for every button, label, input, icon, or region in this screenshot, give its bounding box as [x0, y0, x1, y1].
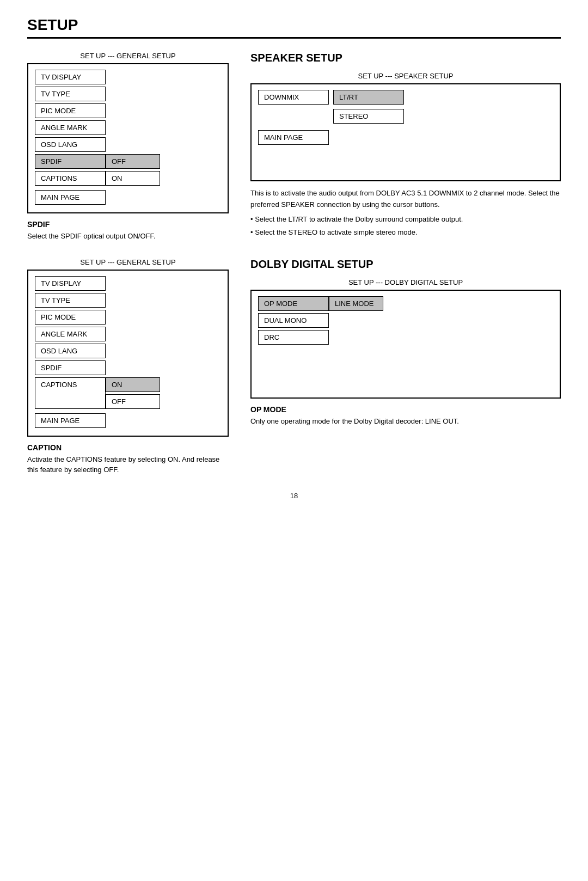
bl-tv-display-item[interactable]: TV DISPLAY: [35, 276, 106, 291]
spdif-note-text: Select the SPDIF optical output ON/OFF.: [27, 231, 229, 242]
speaker-section-label: SET UP --- SPEAKER SETUP: [250, 72, 561, 80]
spdif-item[interactable]: SPDIF: [35, 154, 106, 169]
bl-captions-item[interactable]: CAPTIONS: [35, 377, 106, 409]
bl-main-page-row[interactable]: MAIN PAGE: [35, 413, 221, 430]
list-item[interactable]: PIC MODE: [35, 310, 221, 327]
main-page-button[interactable]: MAIN PAGE: [35, 190, 106, 205]
captions-on-value[interactable]: ON: [106, 377, 160, 392]
bl-main-page-button[interactable]: MAIN PAGE: [35, 413, 106, 428]
page-number: 18: [27, 492, 561, 500]
top-left-section: SET UP --- GENERAL SETUP TV DISPLAY TV T…: [27, 52, 229, 242]
bl-angle-mark-item[interactable]: ANGLE MARK: [35, 327, 106, 341]
speaker-downmix-row: DOWNMIX LT/RT STEREO: [258, 90, 553, 126]
spdif-value[interactable]: OFF: [106, 154, 160, 169]
bl-pic-mode-item[interactable]: PIC MODE: [35, 310, 106, 325]
spdif-row[interactable]: SPDIF OFF: [35, 154, 221, 169]
captions-value[interactable]: ON: [106, 171, 160, 186]
op-mode-row[interactable]: OP MODE LINE MODE: [258, 296, 553, 311]
captions-row[interactable]: CAPTIONS ON: [35, 171, 221, 186]
dual-mono-item[interactable]: DUAL MONO: [258, 313, 329, 328]
bottom-right-section: DOLBY DIGITAL SETUP SET UP --- DOLBY DIG…: [250, 258, 561, 475]
pic-mode-item[interactable]: PIC MODE: [35, 103, 106, 118]
top-right-section: SPEAKER SETUP SET UP --- SPEAKER SETUP D…: [250, 52, 561, 242]
tv-display-item[interactable]: TV DISPLAY: [35, 70, 106, 84]
angle-mark-item[interactable]: ANGLE MARK: [35, 120, 106, 135]
list-item[interactable]: ANGLE MARK: [35, 120, 221, 137]
top-left-section-label: SET UP --- GENERAL SETUP: [27, 52, 229, 60]
drc-item[interactable]: DRC: [258, 330, 329, 345]
list-item[interactable]: DUAL MONO: [258, 313, 553, 330]
speaker-bullet-1: • Select the LT/RT to activate the Dolby…: [250, 214, 561, 225]
op-mode-note-label: OP MODE: [250, 405, 561, 414]
main-page-row[interactable]: MAIN PAGE: [35, 190, 221, 207]
captions-options: ON OFF: [106, 377, 160, 409]
list-item[interactable]: SPDIF: [35, 360, 221, 377]
speaker-bullet-2: • Select the STEREO to activate simple s…: [250, 227, 561, 238]
bottom-left-section: SET UP --- GENERAL SETUP TV DISPLAY TV T…: [27, 258, 229, 475]
caption-note-text: Activate the CAPTIONS feature by selecti…: [27, 454, 229, 475]
spdif-note-label: SPDIF: [27, 220, 229, 229]
dolby-section-label: SET UP --- DOLBY DIGITAL SETUP: [250, 278, 561, 286]
ltrt-item[interactable]: LT/RT: [333, 90, 404, 105]
bottom-left-menu-box: TV DISPLAY TV TYPE PIC MODE ANGLE MARK O…: [27, 270, 229, 437]
op-mode-note-text: Only one operating mode for the Dolby Di…: [250, 416, 561, 427]
list-item[interactable]: TV TYPE: [35, 293, 221, 310]
captions-off-value[interactable]: OFF: [106, 394, 160, 409]
speaker-main-page-button[interactable]: MAIN PAGE: [258, 130, 329, 145]
tv-type-item[interactable]: TV TYPE: [35, 87, 106, 101]
list-item[interactable]: TV DISPLAY: [35, 70, 221, 87]
dolby-heading: DOLBY DIGITAL SETUP: [250, 258, 561, 271]
captions-item[interactable]: CAPTIONS: [35, 171, 106, 186]
stereo-item[interactable]: STEREO: [333, 109, 404, 124]
speaker-right-options: LT/RT STEREO: [333, 90, 404, 126]
speaker-menu-box: DOWNMIX LT/RT STEREO MAIN PAGE: [250, 83, 561, 181]
speaker-desc-line1: This is to activate the audio output fro…: [250, 188, 561, 211]
caption-note-label: CAPTION: [27, 443, 229, 452]
top-left-menu-box: TV DISPLAY TV TYPE PIC MODE ANGLE MARK O…: [27, 63, 229, 213]
list-item[interactable]: ANGLE MARK: [35, 327, 221, 344]
op-mode-item[interactable]: OP MODE: [258, 296, 329, 311]
list-item[interactable]: PIC MODE: [35, 103, 221, 120]
bottom-left-section-label: SET UP --- GENERAL SETUP: [27, 258, 229, 266]
speaker-description: This is to activate the audio output fro…: [250, 188, 561, 238]
op-mode-note: OP MODE Only one operating mode for the …: [250, 405, 561, 427]
list-item[interactable]: OSD LANG: [35, 137, 221, 154]
bl-osd-lang-item[interactable]: OSD LANG: [35, 344, 106, 358]
list-item[interactable]: TV DISPLAY: [35, 276, 221, 293]
bl-spdif-item[interactable]: SPDIF: [35, 360, 106, 375]
osd-lang-item[interactable]: OSD LANG: [35, 137, 106, 152]
bl-captions-row[interactable]: CAPTIONS ON OFF: [35, 377, 221, 409]
speaker-setup-heading: SPEAKER SETUP: [250, 52, 561, 64]
list-item[interactable]: TV TYPE: [35, 87, 221, 103]
line-mode-value[interactable]: LINE MODE: [329, 296, 383, 311]
list-item[interactable]: OSD LANG: [35, 344, 221, 360]
dolby-menu-box: OP MODE LINE MODE DUAL MONO DRC: [250, 290, 561, 399]
list-item[interactable]: DRC: [258, 330, 553, 347]
speaker-main-page-row[interactable]: MAIN PAGE: [258, 130, 553, 147]
bl-tv-type-item[interactable]: TV TYPE: [35, 293, 106, 308]
downmix-item[interactable]: DOWNMIX: [258, 90, 329, 105]
page-title: SETUP: [27, 16, 561, 39]
